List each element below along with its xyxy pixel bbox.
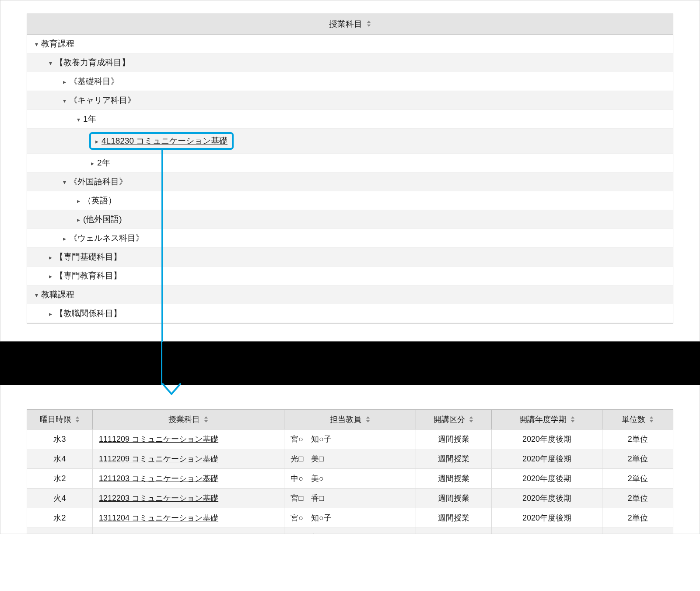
results-panel: 曜日時限 授業科目 担当教員 開講区分 開講年度学期 単位数 水31111209… [0,385,700,534]
table-row: 水21311204 コミュニケーション基礎宮○ 知○子週間授業2020年度後期2… [27,508,673,528]
cell-term: 2020年度後期 [491,469,602,489]
caret-right-icon [47,273,53,280]
cell-period: 水2 [27,508,93,528]
cell-teacher: 宮○ 知○子 [284,429,416,449]
tree-item-label: 【専門教育科目】 [55,271,122,280]
sort-icon [469,416,473,424]
table-row: 火41212203 コミュニケーション基礎宮□ 香□週間授業2020年度後期2単… [27,489,673,508]
highlighted-course[interactable]: 4L18230 コミュニケーション基礎 [89,132,234,150]
table-row: 水21211203 コミュニケーション基礎中○ 美○週間授業2020年度後期2単… [27,469,673,489]
tree-row[interactable]: 【教職関係科目】 [27,304,673,323]
caret-right-icon [47,254,53,261]
course-link[interactable]: 1312204 コミュニケーション基礎 [99,533,218,534]
cell-term: 2020年度後期 [491,508,602,528]
cell-period: 火4 [27,489,93,508]
tree-row[interactable]: 【専門基礎科目】 [27,248,673,267]
column-header[interactable]: 担当教員 [284,410,416,429]
cell-teacher: 中○ 美○ [284,469,416,489]
tree-header[interactable]: 授業科目 [27,14,673,35]
tree-item-label: 【教職関係科目】 [55,309,122,318]
sort-icon [75,416,80,424]
tree-row[interactable]: 教育課程 [27,35,673,53]
caret-down-icon [61,97,67,104]
tree-row[interactable]: 教職課程 [27,285,673,304]
tree-item-label: 教育課程 [41,39,74,48]
tree-table: 授業科目 教育課程【教養力育成科目】《基礎科目》《キャリア科目》1年4L1823… [27,14,673,324]
cell-credits: 2単位 [602,528,673,535]
column-label: 曜日時限 [40,415,71,424]
cell-course: 1111209 コミュニケーション基礎 [93,429,284,449]
cell-course: 1112209 コミュニケーション基礎 [93,449,284,469]
tree-row[interactable]: (他外国語) [27,210,673,229]
cell-period: 水3 [27,528,93,535]
tree-row[interactable]: 《基礎科目》 [27,72,673,91]
cell-course: 1311204 コミュニケーション基礎 [93,508,284,528]
course-link[interactable]: 1111209 コミュニケーション基礎 [99,435,218,443]
annotation-arrow-line [161,341,162,385]
caret-down-icon [75,116,81,123]
cell-teacher: 宮□ 香□ [284,489,416,508]
tree-row[interactable]: 1年 [27,110,673,129]
table-row: 水31111209 コミュニケーション基礎宮○ 知○子週間授業2020年度後期2… [27,429,673,449]
caret-right-icon [61,78,67,85]
cell-period: 水4 [27,449,93,469]
sort-icon [366,416,370,424]
tree-panel: 授業科目 教育課程【教養力育成科目】《基礎科目》《キャリア科目》1年4L1823… [0,0,700,341]
column-header[interactable]: 開講区分 [416,410,491,429]
tree-item-label: 2年 [97,158,110,167]
tree-item-label: 《外国語科目》 [69,177,127,186]
column-label: 授業科目 [168,415,200,424]
cell-term: 2020年度後期 [491,489,602,508]
table-row: 水41112209 コミュニケーション基礎光□ 美□週間授業2020年度後期2単… [27,449,673,469]
tree-row[interactable]: 《外国語科目》 [27,172,673,191]
sort-icon [570,416,575,424]
column-header[interactable]: 開講年度学期 [491,410,602,429]
cell-term: 2020年度後期 [491,449,602,469]
course-link[interactable]: 1112209 コミュニケーション基礎 [99,454,218,463]
caret-right-icon [75,197,81,204]
separator-band [0,341,700,385]
tree-row[interactable]: 《ウェルネス科目》 [27,229,673,248]
cell-type: 週間授業 [416,489,491,508]
caret-right-icon [61,235,67,242]
cell-term: 2020年度後期 [491,429,602,449]
tree-item-label: 教職課程 [41,290,74,299]
sort-icon [367,21,371,28]
column-label: 開講区分 [434,415,465,424]
tree-row[interactable]: 2年 [27,154,673,172]
column-label: 担当教員 [330,415,361,424]
caret-right-icon [89,160,95,167]
column-header[interactable]: 授業科目 [93,410,284,429]
sort-icon [204,416,208,424]
tree-row[interactable]: （英語） [27,191,673,210]
tree-item-link[interactable]: 4L18230 コミュニケーション基礎 [102,136,228,145]
cell-credits: 2単位 [602,489,673,508]
tree-item-label: (他外国語) [83,215,122,224]
sort-icon [649,416,654,424]
caret-down-icon [61,179,67,186]
cell-type: 週間授業 [416,429,491,449]
caret-down-icon [33,41,39,48]
cell-type: 週間授業 [416,449,491,469]
cell-course: 1212203 コミュニケーション基礎 [93,489,284,508]
tree-row[interactable]: 【専門教育科目】 [27,267,673,285]
cell-teacher: 宮○ 知○子 [284,508,416,528]
course-link[interactable]: 1211203 コミュニケーション基礎 [99,474,218,483]
table-row: 水31312204 コミュニケーション基礎光□ 美□週間授業2020年度後期2単… [27,528,673,535]
cell-period: 水3 [27,429,93,449]
tree-row[interactable]: 4L18230 コミュニケーション基礎 [27,129,673,154]
tree-item-label: 《基礎科目》 [69,77,119,86]
tree-row[interactable]: 《キャリア科目》 [27,91,673,110]
course-link[interactable]: 1311204 コミュニケーション基礎 [99,514,218,522]
course-link[interactable]: 1212203 コミュニケーション基礎 [99,494,218,503]
column-label: 開講年度学期 [519,415,567,424]
cell-type: 週間授業 [416,528,491,535]
column-header[interactable]: 単位数 [602,410,673,429]
cell-type: 週間授業 [416,469,491,489]
tree-item-label: 【教養力育成科目】 [55,58,130,67]
tree-header-label: 授業科目 [329,19,362,28]
cell-credits: 2単位 [602,449,673,469]
course-table: 曜日時限 授業科目 担当教員 開講区分 開講年度学期 単位数 水31111209… [27,409,673,534]
tree-row[interactable]: 【教養力育成科目】 [27,53,673,72]
column-header[interactable]: 曜日時限 [27,410,93,429]
